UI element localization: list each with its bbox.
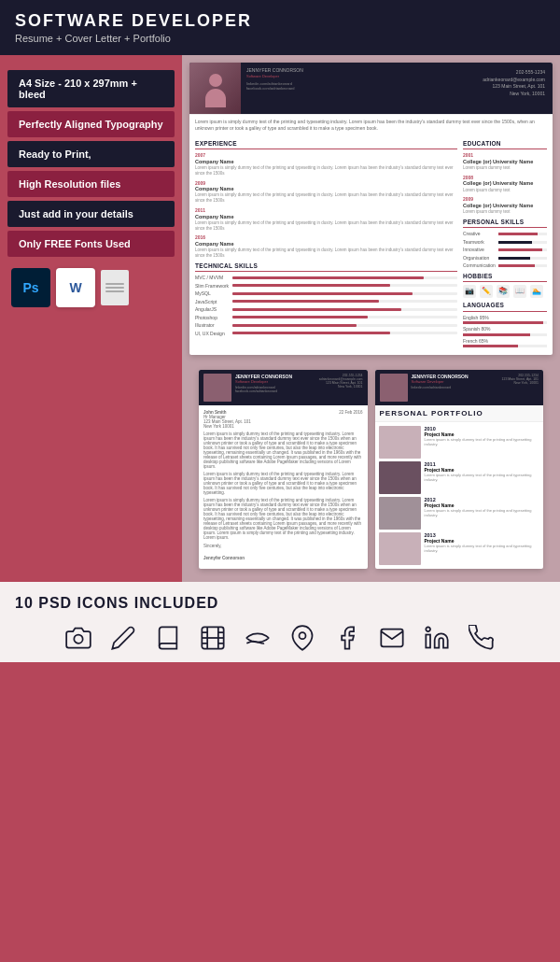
camera-icon [63,623,93,653]
personal-skill-row: Communication [463,262,547,269]
tech-skill-row: AngularJS [195,306,457,313]
portfolio-title: PERSONAL PORTFOLIO [380,409,539,417]
skill-name: MySQL [195,290,232,297]
location-icon [287,623,317,653]
bottom-section: JENNYFER CONNORSON Software Developer li… [189,361,553,574]
skill-name: Illustrator [195,322,232,329]
personal-skill-fill [498,264,535,267]
skill-bar-fill [232,332,390,334]
skill-bar-fill [232,324,357,327]
language-bar-bg [463,345,547,347]
main-layout: A4 Size - 210 x 297mm + bleed Perfectly … [0,55,560,582]
personal-skill-row: Creative [463,231,547,237]
skill-bar-fill [232,276,424,279]
project-1-info: 2010 Project Name Lorem ipsum is simply … [425,426,540,446]
skill-bar-fill [232,316,368,318]
skill-bar-bg [232,324,457,327]
resume-intro: Lorem ipsum is simply dummy text of the … [189,114,553,134]
project-3-info: 2012 Project Name Lorem ipsum is simply … [425,497,540,517]
exp-item-1: 2007 Company Name Lorem ipsum is simply … [195,152,457,176]
personal-skill-name: Innovative [463,247,496,253]
cover-letter-contact-right: 202-555-1234 adriankeonard@example.com 1… [319,374,363,402]
photo-placeholder [189,63,241,114]
personal-skill-fill [498,248,542,251]
feature-typography: Perfectly Aligned Typography [7,111,175,137]
cover-letter-meta: John Smith Hr Manager 123 Main Street, A… [203,410,363,429]
resume-contact-right: 202-555-1234 adriankeonard@example.com 1… [475,63,553,114]
portfolio-card: JENNYFER CONNORSON Software Developer li… [375,370,544,569]
personal-skill-name: Organisation [463,255,496,262]
tech-skill-row: MySQL [195,290,457,297]
tech-skill-row: Illustrator [195,322,457,329]
personal-skills-list: Creative Teamwork Innovative Organisatio… [463,231,547,269]
language-bar-bg [463,321,547,324]
page-header: SOFTWARE DEVELOPER Resume + Cover Letter… [0,0,560,55]
skill-bar-bg [232,276,457,279]
portfolio-title-section: PERSONAL PORTFOLIO [375,405,544,422]
film-icon [198,623,228,653]
pencil-icon [108,623,138,653]
language-bar-fill [463,345,518,347]
skill-bar-fill [232,284,390,287]
project-3: 2012 Project Name Lorem ipsum is simply … [379,497,540,530]
edu-item-1: 2001 College (or) University Name Lorem … [463,152,547,170]
skill-name: JavaScript [195,299,232,305]
personal-skill-name: Creative [463,231,496,237]
cover-letter-p1: Lorem ipsum is simply dummy text of the … [203,431,363,469]
skill-bar-bg [232,332,457,334]
project-1-thumb [379,426,421,459]
tech-skill-row: Photoshop [195,315,457,321]
cover-letter-closing: Sincerely, Jennyfer Connorson [203,544,363,560]
personal-skill-bg [498,241,547,244]
skill-name: Photoshop [195,315,232,321]
cover-letter-photo [203,374,231,402]
personal-skill-bg [498,233,547,235]
skill-bar-fill [232,292,413,295]
language-bar-fill [463,333,530,336]
skill-bar-bg [232,308,457,311]
feature-fonts: Only FREE Fonts Used [7,231,175,257]
icons-grid [15,623,545,653]
facebook-icon [332,623,362,653]
feature-hires: High Resolution files [7,171,175,197]
word-icon: W [56,268,95,307]
tech-skill-row: Slim Framework [195,283,457,290]
cover-letter-name-block: JENNYFER CONNORSON Software Developer li… [235,374,315,402]
photoshop-icon: Ps [11,268,50,307]
skill-bar-bg [232,316,457,318]
language-row: English 95% [463,315,547,325]
exp-item-4: 2016 Company Name Lorem ipsum is simply … [195,234,457,258]
language-name: Spanish 80% [463,326,547,332]
file-icon [101,270,129,305]
cover-letter-p3: Lorem ipsum is simply dummy text of the … [203,498,363,540]
personal-skill-fill [498,233,538,235]
edu-item-2: 2008 College (or) University Name Lorem … [463,175,547,192]
portfolio-projects: 2010 Project Name Lorem ipsum is simply … [375,422,544,569]
page-subtitle: Resume + Cover Letter + Portfolio [15,33,545,44]
portfolio-photo [380,374,408,402]
personal-skill-name: Communication [463,262,496,269]
linkedin-icon [422,623,452,653]
book-icon [153,623,183,653]
experience-title: Experience [195,140,457,149]
personal-skill-row: Organisation [463,255,547,262]
project-2: 2011 Project Name Lorem ipsum is simply … [379,461,540,494]
email-icon [377,623,407,653]
resume-body: Experience 2007 Company Name Lorem ipsum… [189,134,553,355]
resume-left-col: Experience 2007 Company Name Lorem ipsum… [195,140,457,349]
svg-rect-10 [426,635,430,648]
svg-point-0 [74,635,82,644]
personal-skill-bg [498,264,547,267]
project-4: 2013 Project Name Lorem ipsum is simply … [379,532,540,565]
exp-item-3: 2011 Company Name Lorem ipsum is simply … [195,207,457,231]
project-4-info: 2013 Project Name Lorem ipsum is simply … [425,532,540,553]
language-name: French 65% [463,338,547,345]
languages-list: English 95% Spanish 80% French 65% [463,315,547,348]
resume-right-col: Education 2001 College (or) University N… [463,140,547,349]
skill-bar-fill [232,300,379,303]
svg-point-9 [300,632,306,639]
hobby-photography: 📷 [463,285,476,298]
resume-contact-info: linkedin.com/adriankeonard facebook.com/… [246,81,469,91]
cover-letter-card: JENNYFER CONNORSON Software Developer li… [199,370,368,569]
hobby-drawing: ✏️ [480,285,493,298]
